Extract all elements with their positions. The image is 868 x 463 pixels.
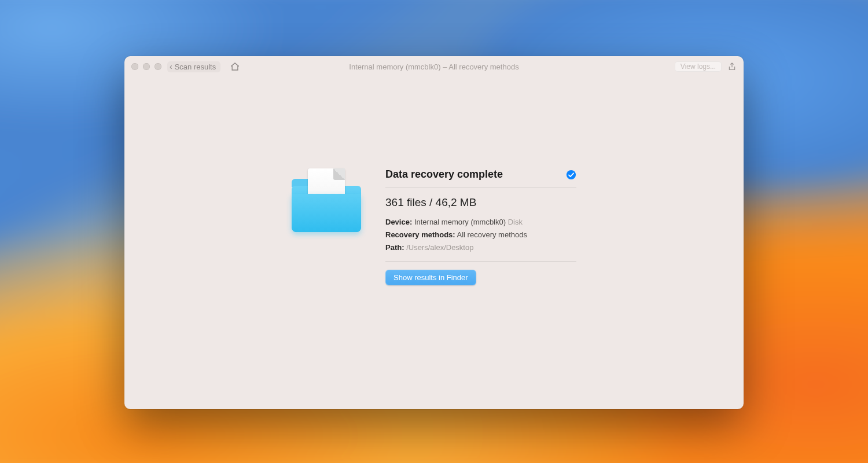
path-value: /Users/alex/Desktop bbox=[406, 243, 473, 252]
back-button-label: Scan results bbox=[175, 63, 216, 71]
app-window: ‹ Scan results Internal memory (mmcblk0)… bbox=[124, 56, 744, 409]
device-value: Internal memory (mmcblk0) bbox=[414, 218, 506, 226]
show-in-finder-button[interactable]: Show results in Finder bbox=[385, 270, 476, 285]
svg-point-0 bbox=[567, 170, 576, 179]
methods-value: All recovery methods bbox=[457, 230, 527, 239]
result-summary: 361 files / 46,2 MB bbox=[385, 188, 576, 216]
folder-documents-icon bbox=[292, 168, 361, 232]
device-label: Device: bbox=[385, 218, 412, 226]
chevron-left-icon: ‹ bbox=[170, 63, 172, 71]
close-icon[interactable] bbox=[131, 63, 138, 70]
home-button[interactable] bbox=[230, 61, 240, 72]
result-headline: Data recovery complete bbox=[385, 168, 503, 181]
home-icon bbox=[230, 61, 240, 72]
content-area: Data recovery complete 361 files / 46,2 … bbox=[124, 77, 744, 409]
back-button[interactable]: ‹ Scan results bbox=[167, 61, 220, 72]
result-panel: Data recovery complete 361 files / 46,2 … bbox=[385, 168, 576, 285]
share-icon bbox=[727, 61, 737, 72]
window-traffic-lights[interactable] bbox=[131, 63, 161, 70]
path-label: Path: bbox=[385, 243, 404, 252]
titlebar: ‹ Scan results Internal memory (mmcblk0)… bbox=[124, 56, 744, 77]
view-logs-button[interactable]: View logs... bbox=[675, 61, 722, 72]
result-meta: Device: Internal memory (mmcblk0) Disk R… bbox=[385, 216, 576, 262]
zoom-icon[interactable] bbox=[155, 63, 161, 70]
share-button[interactable] bbox=[727, 61, 737, 72]
success-check-icon bbox=[566, 170, 576, 180]
methods-label: Recovery methods: bbox=[385, 230, 455, 239]
minimize-icon[interactable] bbox=[143, 63, 150, 70]
device-type: Disk bbox=[508, 218, 523, 226]
